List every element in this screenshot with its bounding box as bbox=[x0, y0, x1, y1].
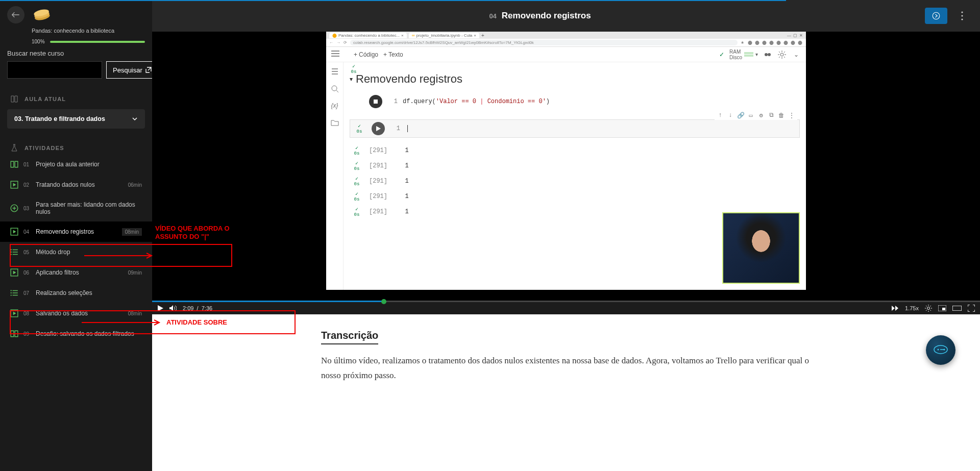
search-input[interactable] bbox=[7, 61, 102, 79]
kebab-icon bbox=[961, 11, 963, 20]
transcript-heading: Transcrição bbox=[321, 330, 378, 344]
activity-duration: 06min bbox=[128, 182, 142, 188]
sidebar: Pandas: conhecendo a biblioteca 100% Bus… bbox=[0, 0, 152, 471]
activity-number: 04 bbox=[489, 12, 496, 20]
svg-point-21 bbox=[332, 86, 337, 91]
activity-title: Tratando dados nulos bbox=[36, 181, 123, 188]
activity-item-02[interactable]: 02Tratando dados nulos06min bbox=[0, 175, 152, 195]
activity-item-06[interactable]: 06Aplicando filtros09min bbox=[0, 262, 152, 283]
notebook-section-title: ▾Removendo registros bbox=[350, 72, 800, 86]
activity-item-01[interactable]: 01Projeto da aula anterior bbox=[0, 154, 152, 175]
delete-icon: 🗑 bbox=[778, 112, 785, 119]
course-logo-icon bbox=[32, 6, 53, 24]
svg-point-16 bbox=[961, 15, 963, 16]
list-icon bbox=[10, 289, 18, 297]
activity-item-09[interactable]: 09Desafio: salvando os dados filtrados bbox=[0, 324, 152, 344]
svg-point-12 bbox=[11, 294, 12, 295]
search-label: Buscar neste curso bbox=[7, 49, 145, 57]
transcript-section: Transcrição No último vídeo, realizamos … bbox=[152, 314, 980, 471]
fullscreen-button[interactable] bbox=[968, 305, 975, 312]
activity-title: Aplicando filtros bbox=[36, 269, 123, 276]
activity-title: Realizando seleções bbox=[36, 289, 142, 296]
video-player[interactable]: ⬤ Pandas: conhecendo a bibliotec... × ∞ … bbox=[152, 32, 980, 302]
course-title: Pandas: conhecendo a biblioteca bbox=[7, 28, 145, 34]
activity-title: Removendo registros bbox=[502, 11, 591, 21]
chat-bubble-button[interactable] bbox=[926, 335, 955, 365]
topbar: 04 Removendo registros bbox=[152, 0, 980, 32]
activity-title: Método drop bbox=[36, 249, 142, 256]
svg-point-14 bbox=[933, 12, 940, 19]
svg-point-8 bbox=[11, 254, 12, 255]
activity-num: 08 bbox=[23, 311, 31, 316]
run-cell-button bbox=[372, 122, 385, 135]
activity-title: Salvando os dados bbox=[36, 310, 123, 317]
progress-percent: 100% bbox=[32, 39, 45, 44]
theater-button[interactable] bbox=[952, 306, 962, 311]
activity-item-05[interactable]: 05Método drop bbox=[0, 242, 152, 262]
play-icon bbox=[10, 268, 18, 277]
next-button[interactable] bbox=[925, 8, 947, 24]
instructor-webcam bbox=[722, 212, 800, 284]
activity-num: 05 bbox=[23, 250, 31, 255]
mirror-icon: ⧉ bbox=[768, 112, 775, 119]
activity-item-04[interactable]: 04Removendo registros08min bbox=[0, 221, 152, 242]
svg-rect-26 bbox=[952, 306, 962, 311]
svg-point-19 bbox=[768, 53, 771, 56]
flask-icon bbox=[10, 144, 18, 152]
lesson-dropdown[interactable]: 03. Tratando e filtrando dados bbox=[7, 109, 145, 129]
pip-button[interactable] bbox=[938, 305, 946, 311]
activity-item-03[interactable]: 03Para saber mais: lidando com dados nul… bbox=[0, 195, 152, 221]
add-code-button: + Código bbox=[354, 51, 378, 58]
settings-icon: ⚙ bbox=[757, 112, 765, 119]
section-activities: ATIVIDADES bbox=[0, 136, 152, 154]
play-button[interactable] bbox=[157, 305, 163, 311]
move-up-icon: ↑ bbox=[717, 112, 724, 119]
activity-num: 02 bbox=[23, 182, 31, 188]
main: 04 Removendo registros ⬤ Pandas: conhece… bbox=[152, 0, 980, 471]
svg-point-29 bbox=[944, 349, 945, 351]
search-button[interactable]: Pesquisar bbox=[106, 61, 152, 79]
toc-icon bbox=[331, 67, 339, 76]
back-arrow-icon bbox=[12, 12, 20, 18]
svg-point-6 bbox=[11, 249, 12, 250]
activity-duration: 08min bbox=[122, 228, 142, 236]
svg-point-17 bbox=[961, 18, 963, 20]
search-icon bbox=[331, 85, 339, 93]
svg-point-11 bbox=[11, 292, 12, 293]
svg-point-7 bbox=[11, 252, 12, 253]
activity-duration: 08min bbox=[128, 311, 142, 316]
seek-bar[interactable] bbox=[152, 301, 980, 302]
playback-speed[interactable]: 1.75x bbox=[905, 305, 919, 311]
back-button[interactable] bbox=[7, 6, 24, 23]
activity-item-07[interactable]: 07Realizando seleções bbox=[0, 283, 152, 303]
share-icon bbox=[763, 50, 772, 59]
svg-point-15 bbox=[961, 11, 963, 13]
activity-item-08[interactable]: 08Salvando os dados08min bbox=[0, 303, 152, 324]
svg-rect-22 bbox=[374, 100, 378, 104]
progress-bar bbox=[50, 41, 145, 43]
svg-point-10 bbox=[11, 290, 12, 291]
play-icon bbox=[10, 228, 18, 236]
gear-icon bbox=[777, 50, 787, 59]
activity-num: 01 bbox=[23, 162, 31, 167]
stop-cell-button bbox=[369, 95, 382, 108]
svg-rect-25 bbox=[942, 308, 945, 310]
play-icon bbox=[10, 181, 18, 189]
video-controls: 2:09 / 7:36 1.75x bbox=[152, 302, 980, 314]
chat-icon bbox=[933, 344, 948, 356]
activity-num: 03 bbox=[23, 206, 31, 211]
skip-button[interactable] bbox=[892, 306, 899, 311]
folder-icon bbox=[331, 118, 339, 127]
activity-title: Removendo registros bbox=[36, 228, 117, 235]
browser-tab: ⬤ Pandas: conhecendo a bibliotec... × bbox=[329, 33, 407, 38]
activity-title: Desafio: salvando os dados filtrados bbox=[36, 330, 142, 337]
menu-icon bbox=[331, 51, 339, 57]
settings-button[interactable] bbox=[925, 305, 932, 312]
move-down-icon: ↓ bbox=[727, 112, 734, 119]
section-current-lesson: AULA ATUAL bbox=[0, 87, 152, 105]
volume-button[interactable] bbox=[169, 305, 177, 311]
more-menu-button[interactable] bbox=[954, 8, 970, 23]
chevron-down-icon bbox=[132, 116, 138, 122]
list-icon bbox=[10, 248, 18, 256]
svg-point-20 bbox=[780, 53, 783, 56]
